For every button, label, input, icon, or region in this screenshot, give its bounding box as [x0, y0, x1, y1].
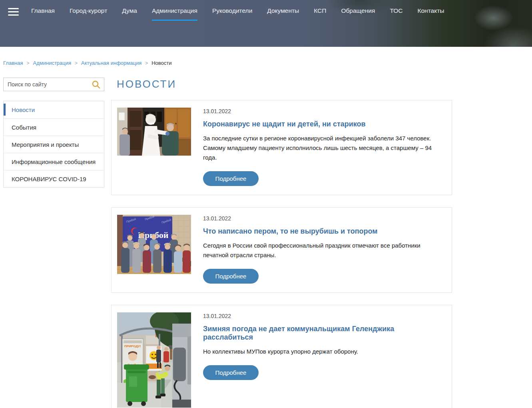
sidebar-item-koronavirus[interactable]: КОРОНАВИРУС COVID-19: [4, 170, 104, 187]
garbage-bin: [124, 364, 149, 406]
search-button[interactable]: [90, 79, 102, 90]
nav-item-rukovoditeli[interactable]: Руководители: [212, 7, 252, 21]
search-input[interactable]: [4, 78, 90, 91]
news-card: ПРИРОДУ!: [111, 305, 452, 408]
news-date: 13.01.2022: [203, 313, 444, 319]
group-photo-image: Прибой Прибой Прибой Прибой Прибой Прибо…: [117, 215, 191, 274]
sidebar: Новости События Мероприятия и проекты Ин…: [3, 78, 104, 408]
read-more-button[interactable]: Подробнее: [203, 171, 259, 186]
nav-item-ksp[interactable]: КСП: [314, 7, 326, 21]
main-navigation: Главная Город-курорт Дума Администрация …: [31, 7, 444, 21]
nav-item-gorod-kurort[interactable]: Город-курорт: [70, 7, 107, 21]
vaccination-image: [117, 108, 191, 156]
news-card: Прибой Прибой Прибой Прибой Прибой Прибо…: [111, 207, 452, 293]
sidebar-item-informatsionnye-soobshcheniya[interactable]: Информационные сообщения: [4, 153, 104, 170]
nav-item-tos[interactable]: ТОС: [390, 7, 402, 21]
breadcrumb-separator: >: [75, 60, 78, 66]
news-thumbnail-vaccination[interactable]: [117, 108, 191, 156]
breadcrumb-separator: >: [26, 60, 29, 66]
garbage-truck: [172, 324, 191, 408]
news-excerpt: Но коллективы МУПов курорта упорно держа…: [203, 347, 440, 356]
breadcrumb-link-home[interactable]: Главная: [3, 60, 23, 66]
svg-text:ПРИРОДУ!: ПРИРОДУ!: [124, 344, 141, 348]
news-title-link[interactable]: Что написано пером, то не вырубишь и топ…: [203, 227, 378, 236]
news-title-link[interactable]: Коронавирус не щадит ни детей, ни старик…: [203, 120, 366, 128]
nav-item-administratsiya[interactable]: Администрация: [152, 7, 197, 21]
nav-item-glavnaya[interactable]: Главная: [31, 7, 55, 21]
breadcrumb-separator: >: [145, 60, 148, 66]
nav-item-kontakty[interactable]: Контакты: [417, 7, 444, 21]
desk: [177, 139, 191, 156]
sidebar-item-sobytiya[interactable]: События: [4, 118, 104, 136]
sidebar-item-novosti[interactable]: Новости: [4, 101, 104, 118]
blue-glove: [165, 132, 169, 136]
news-thumbnail-group-photo[interactable]: Прибой Прибой Прибой Прибой Прибой Прибо…: [117, 215, 191, 274]
breadcrumb-link-info[interactable]: Актуальная информация: [81, 60, 141, 66]
read-more-button[interactable]: Подробнее: [203, 269, 259, 284]
nav-item-obrashcheniya[interactable]: Обращения: [341, 7, 375, 21]
search-icon: [91, 80, 101, 89]
news-excerpt: За последние сутки в регионе коронавирус…: [203, 134, 440, 162]
news-title-link[interactable]: Зимняя погода не дает коммунальщикам Гел…: [203, 325, 444, 342]
breadcrumb-current: Новости: [151, 60, 171, 66]
street-cleaning-image: ПРИРОДУ!: [117, 312, 191, 408]
breadcrumb-link-admin[interactable]: Администрация: [33, 60, 72, 66]
news-thumbnail-street-cleaning[interactable]: ПРИРОДУ!: [117, 312, 191, 408]
site-search: [3, 78, 104, 91]
news-list: НОВОСТИ: [111, 78, 452, 408]
news-card: 13.01.2022 Коронавирус не щадит ни детей…: [111, 100, 452, 195]
sidebar-item-meropriyatiya[interactable]: Мероприятия и проекты: [4, 136, 104, 153]
site-header: Главная Город-курорт Дума Администрация …: [0, 0, 532, 47]
news-excerpt: Сегодня в России свой профессиональный п…: [203, 241, 440, 260]
news-date: 13.01.2022: [203, 215, 440, 222]
sidebar-menu: Новости События Мероприятия и проекты Ин…: [3, 101, 104, 188]
page-title: НОВОСТИ: [117, 78, 452, 90]
news-date: 13.01.2022: [203, 108, 440, 114]
nav-item-dokumenty[interactable]: Документы: [267, 7, 299, 21]
breadcrumb: Главная > Администрация > Актуальная инф…: [3, 60, 532, 66]
menu-icon[interactable]: [8, 8, 19, 16]
dog: [149, 375, 156, 379]
read-more-button[interactable]: Подробнее: [203, 365, 259, 380]
nav-item-duma[interactable]: Дума: [122, 7, 137, 21]
